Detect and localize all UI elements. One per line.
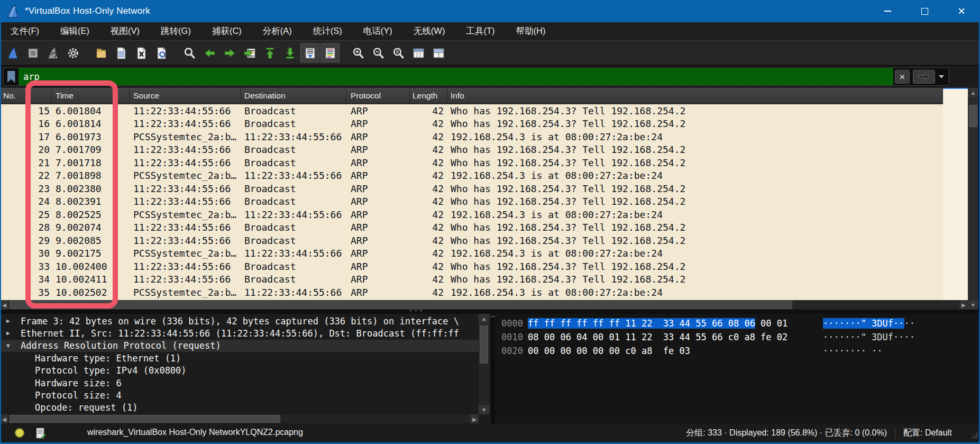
packet-row[interactable]: 156.00180411:22:33:44:55:66BroadcastARP4… xyxy=(0,104,943,117)
scroll-down-icon[interactable]: ▼ xyxy=(968,300,978,310)
filter-bookmark-button[interactable] xyxy=(4,68,19,85)
detail-line[interactable]: ▶Ethernet II, Src: 11:22:33:44:55:66 (11… xyxy=(0,327,479,339)
menu-item-view[interactable]: 视图(V) xyxy=(100,22,150,40)
column-header-source[interactable]: Source xyxy=(130,88,241,104)
scroll-right-icon[interactable]: ▶ xyxy=(959,300,968,310)
detail-line[interactable]: Hardware size: 6 xyxy=(0,377,479,389)
hex-row[interactable]: 001008 00 06 04 00 01 11 22 33 44 55 66 … xyxy=(495,330,980,344)
toolbar-zoom-in-button[interactable] xyxy=(349,43,368,62)
toolbar-go-forward-button[interactable] xyxy=(220,43,239,62)
toolbar-go-last-packet-button[interactable] xyxy=(280,43,299,62)
toolbar-capture-stop-button[interactable] xyxy=(23,43,42,62)
toolbar-open-capture-button[interactable] xyxy=(91,43,111,62)
detail-line[interactable]: Opcode: request (1) xyxy=(0,402,479,414)
detail-line[interactable]: ▼Address Resolution Protocol (request) xyxy=(0,340,479,352)
packet-row[interactable]: 309.002175PCSSystemtec_2a:b…11:22:33:44:… xyxy=(0,247,943,260)
menu-item-wireless[interactable]: 无线(W) xyxy=(403,22,456,40)
minimize-button[interactable] xyxy=(869,0,906,22)
toolbar-zoom-reset-button[interactable] xyxy=(389,43,408,62)
scrollbar-thumb[interactable] xyxy=(480,325,488,364)
packet-list-vertical-scrollbar[interactable]: ▲ ▼ xyxy=(968,88,978,310)
detail-line[interactable]: Protocol size: 4 xyxy=(0,389,479,401)
vertical-splitter[interactable] xyxy=(491,314,495,423)
detail-line[interactable]: Protocol type: IPv4 (0x0800) xyxy=(0,365,479,377)
profile-selector[interactable]: 配置: Default xyxy=(903,428,952,439)
horizontal-splitter[interactable] xyxy=(0,310,980,314)
column-header-length[interactable]: Length xyxy=(410,88,447,104)
capture-comment-icon[interactable] xyxy=(36,428,46,439)
scroll-up-icon[interactable]: ▲ xyxy=(479,314,489,323)
expander-closed-icon[interactable]: ▶ xyxy=(6,318,15,324)
column-header-no[interactable]: No. xyxy=(0,88,51,104)
column-header-info[interactable]: Info xyxy=(447,88,943,104)
packet-row[interactable]: 3410.00241111:22:33:44:55:66BroadcastARP… xyxy=(0,273,943,286)
packet-row[interactable]: 176.001973PCSSystemtec_2a:b…11:22:33:44:… xyxy=(0,130,943,143)
toolbar-go-back-button[interactable] xyxy=(200,43,219,62)
packet-row[interactable]: 248.00239111:22:33:44:55:66BroadcastARP4… xyxy=(0,195,943,209)
toolbar-capture-restart-button[interactable] xyxy=(43,43,62,62)
toolbar-go-first-packet-button[interactable] xyxy=(260,43,279,62)
scroll-left-icon[interactable]: ◀ xyxy=(0,414,8,423)
packet-row[interactable]: 166.00181411:22:33:44:55:66BroadcastARP4… xyxy=(0,117,943,131)
menu-item-file[interactable]: 文件(F) xyxy=(0,22,50,40)
toolbar-go-to-packet-button[interactable] xyxy=(240,43,259,62)
menu-item-edit[interactable]: 编辑(E) xyxy=(50,22,100,40)
packet-row[interactable]: 238.00238011:22:33:44:55:66BroadcastARP4… xyxy=(0,182,943,195)
cell-protocol: ARP xyxy=(346,222,410,233)
scrollbar-thumb[interactable] xyxy=(969,105,977,127)
column-header-destination[interactable]: Destination xyxy=(241,88,346,104)
toolbar-auto-scroll-button[interactable] xyxy=(300,43,319,62)
close-button[interactable]: × xyxy=(943,0,980,22)
scroll-right-icon[interactable]: ▶ xyxy=(470,414,479,423)
menu-item-analyze[interactable]: 分析(A) xyxy=(252,22,303,40)
scroll-up-icon[interactable]: ▲ xyxy=(968,88,978,97)
column-header-time[interactable]: Time xyxy=(51,88,130,104)
toolbar-capture-options-button[interactable] xyxy=(63,43,83,62)
toolbar-resize-columns-button[interactable] xyxy=(409,43,428,62)
toolbar-colorize-packets-button[interactable] xyxy=(320,43,340,62)
scroll-left-icon[interactable]: ◀ xyxy=(0,300,8,310)
packet-row[interactable]: 299.00208511:22:33:44:55:66BroadcastARP4… xyxy=(0,234,943,247)
filter-dropdown-caret[interactable] xyxy=(939,75,944,78)
expander-closed-icon[interactable]: ▶ xyxy=(6,330,15,337)
menu-item-go[interactable]: 跳转(G) xyxy=(150,22,202,40)
filter-clear-button[interactable]: × xyxy=(895,70,910,84)
column-header-protocol[interactable]: Protocol xyxy=(346,88,410,104)
details-horizontal-scrollbar[interactable]: ◀ ▶ xyxy=(0,414,479,423)
toolbar-zoom-out-button[interactable] xyxy=(369,43,388,62)
scrollbar-thumb[interactable] xyxy=(10,301,792,309)
details-vertical-scrollbar[interactable]: ▲ ▼ xyxy=(479,314,489,414)
maximize-button[interactable] xyxy=(906,0,943,22)
menu-item-tools[interactable]: 工具(T) xyxy=(455,22,505,40)
menu-item-capture[interactable]: 捕获(C) xyxy=(202,22,252,40)
packet-list-horizontal-scrollbar[interactable]: ◀ ▶ xyxy=(0,300,968,310)
toolbar-layout-panes-button[interactable] xyxy=(429,43,448,62)
menu-item-help[interactable]: 帮助(H) xyxy=(505,22,556,40)
toolbar-reload-capture-button[interactable] xyxy=(152,43,171,62)
packet-row[interactable]: 3310.00240011:22:33:44:55:66BroadcastARP… xyxy=(0,260,943,273)
cell-source: 11:22:33:44:55:66 xyxy=(130,261,241,272)
packet-row[interactable]: 217.00171811:22:33:44:55:66BroadcastARP4… xyxy=(0,156,943,169)
packet-row[interactable]: 207.00170911:22:33:44:55:66BroadcastARP4… xyxy=(0,143,943,157)
toolbar-find-packet-button[interactable] xyxy=(180,43,199,62)
resize-grip-icon[interactable] xyxy=(971,432,978,439)
detail-line[interactable]: Hardware type: Ethernet (1) xyxy=(0,352,479,364)
detail-line[interactable]: ▶Frame 3: 42 bytes on wire (336 bits), 4… xyxy=(0,315,479,327)
packet-row[interactable]: 258.002525PCSSystemtec_2a:b…11:22:33:44:… xyxy=(0,208,943,221)
hex-row[interactable]: 0000ff ff ff ff ff ff 11 22 33 44 55 66 … xyxy=(495,316,980,330)
hex-row[interactable]: 002000 00 00 00 00 00 c0 a8 fe 03·······… xyxy=(495,344,980,358)
expander-open-icon[interactable]: ▼ xyxy=(6,342,15,349)
toolbar-close-capture-button[interactable] xyxy=(132,43,151,62)
expert-info-icon[interactable] xyxy=(15,428,24,438)
scroll-down-icon[interactable]: ▼ xyxy=(479,405,489,414)
toolbar-save-capture-button[interactable] xyxy=(112,43,131,62)
menu-item-telephony[interactable]: 电话(Y) xyxy=(353,22,403,40)
packet-row[interactable]: 227.001898PCSSystemtec_2a:b…11:22:33:44:… xyxy=(0,169,943,183)
filter-apply-button[interactable] xyxy=(913,70,935,84)
packet-row[interactable]: 3510.002502PCSSystemtec_2a:b…11:22:33:44… xyxy=(0,286,943,299)
scrollbar-thumb[interactable] xyxy=(10,415,280,423)
toolbar-capture-start-button[interactable] xyxy=(3,43,22,62)
display-filter-input[interactable]: arp xyxy=(19,68,893,85)
packet-row[interactable]: 289.00207411:22:33:44:55:66BroadcastARP4… xyxy=(0,221,943,234)
menu-item-statistics[interactable]: 统计(S) xyxy=(303,22,353,40)
